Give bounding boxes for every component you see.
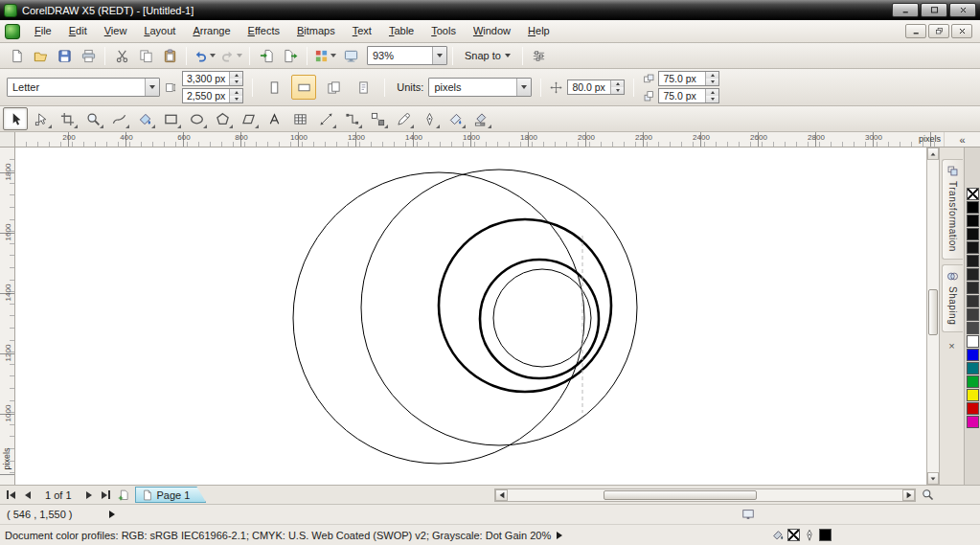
color-eyedropper-tool[interactable] — [391, 107, 416, 130]
text-tool[interactable] — [262, 107, 286, 130]
menu-view[interactable]: View — [96, 22, 136, 40]
decrement-button[interactable] — [706, 79, 718, 85]
paste-button[interactable] — [158, 45, 181, 66]
all-pages-button[interactable] — [321, 75, 346, 100]
color-swatch[interactable] — [967, 322, 979, 334]
vertical-scroll-track[interactable] — [927, 160, 939, 472]
outline-color-swatch[interactable] — [819, 529, 832, 541]
scroll-up-button[interactable] — [927, 148, 939, 160]
portrait-button[interactable] — [262, 75, 286, 100]
parallel-dimension-tool[interactable] — [313, 107, 338, 130]
increment-button[interactable] — [611, 80, 624, 87]
menu-layout[interactable]: Layout — [135, 22, 184, 40]
color-swatch[interactable] — [967, 282, 979, 294]
units-combo[interactable]: pixels — [428, 78, 532, 97]
vertical-scroll-thumb[interactable] — [928, 289, 938, 335]
polygon-tool[interactable] — [210, 107, 235, 130]
save-button[interactable] — [53, 45, 76, 66]
snap-to-dropdown[interactable]: Snap to — [458, 47, 517, 64]
vertical-scrollbar[interactable] — [926, 148, 939, 485]
welcome-screen-button[interactable] — [339, 45, 362, 66]
color-swatch[interactable] — [967, 375, 979, 388]
drawn-circle[interactable] — [480, 260, 599, 378]
shape-tool[interactable] — [29, 107, 54, 130]
duplicate-x-spinner[interactable]: 75.0 px — [658, 71, 719, 86]
table-tool[interactable] — [287, 107, 312, 130]
color-swatch[interactable] — [967, 268, 979, 281]
print-button[interactable] — [77, 45, 100, 66]
previous-page-button[interactable] — [20, 488, 35, 503]
basic-shapes-tool[interactable] — [236, 107, 261, 130]
document-minimize-button[interactable] — [905, 24, 926, 38]
docker-tab-shaping[interactable]: Shaping — [942, 264, 963, 332]
color-swatch[interactable] — [967, 416, 979, 428]
menu-effects[interactable]: Effects — [239, 22, 288, 40]
collapse-dockers-button[interactable]: « — [944, 132, 980, 147]
page-width-spinner[interactable]: 3,300 px — [182, 71, 243, 86]
vertical-ruler[interactable]: pixels 18001600140012001000 — [0, 148, 15, 485]
drawing-canvas[interactable] — [15, 148, 926, 485]
drawn-circle[interactable] — [493, 269, 591, 367]
duplicate-y-spinner[interactable]: 75.0 px — [658, 88, 719, 103]
pick-tool[interactable] — [3, 107, 28, 130]
options-button[interactable] — [528, 45, 551, 66]
crop-tool[interactable] — [55, 107, 80, 130]
close-docker-button[interactable]: × — [948, 341, 954, 352]
current-page-button[interactable] — [351, 75, 376, 100]
application-launcher-button[interactable] — [312, 45, 338, 66]
drawn-circle[interactable] — [439, 219, 611, 392]
decrement-button[interactable] — [230, 96, 242, 102]
color-swatch[interactable] — [967, 228, 979, 240]
increment-button[interactable] — [706, 72, 718, 79]
menu-edit[interactable]: Edit — [60, 22, 96, 40]
dropdown-arrow-icon[interactable] — [330, 54, 336, 57]
increment-button[interactable] — [706, 89, 718, 96]
menu-arrange[interactable]: Arrange — [184, 22, 239, 40]
connector-tool[interactable] — [339, 107, 364, 130]
expand-arrow-icon[interactable] — [109, 511, 115, 518]
units-combo-arrow[interactable] — [516, 79, 531, 96]
document-close-button[interactable] — [951, 24, 972, 38]
decrement-button[interactable] — [611, 87, 624, 94]
horizontal-scroll-track[interactable] — [508, 489, 902, 501]
menu-bitmaps[interactable]: Bitmaps — [288, 22, 344, 40]
fill-color-icon[interactable] — [771, 529, 785, 542]
blend-tool[interactable] — [365, 107, 390, 130]
drawn-circle[interactable] — [361, 170, 637, 445]
color-swatch[interactable] — [967, 295, 979, 307]
menu-window[interactable]: Window — [465, 22, 519, 40]
maximize-button[interactable] — [921, 3, 947, 17]
minimize-button[interactable] — [892, 3, 919, 17]
color-swatch[interactable] — [967, 349, 979, 361]
copy-button[interactable] — [134, 45, 157, 66]
cut-button[interactable] — [110, 45, 133, 66]
freehand-tool[interactable] — [106, 107, 131, 130]
decrement-button[interactable] — [706, 96, 718, 102]
smart-fill-tool[interactable] — [132, 107, 157, 130]
horizontal-scrollbar[interactable] — [494, 488, 916, 502]
ruler-origin-button[interactable] — [0, 132, 15, 147]
fill-tool[interactable] — [443, 107, 467, 130]
page-tab[interactable]: Page 1 — [135, 487, 207, 503]
increment-button[interactable] — [230, 72, 242, 79]
page-height-spinner[interactable]: 2,550 px — [182, 88, 243, 103]
dropdown-arrow-icon[interactable] — [237, 54, 242, 57]
document-restore-button[interactable] — [928, 24, 949, 38]
open-button[interactable] — [29, 45, 52, 66]
outline-pen-tool[interactable] — [417, 107, 442, 130]
import-button[interactable] — [255, 45, 278, 66]
color-swatch[interactable] — [967, 255, 979, 267]
next-page-button[interactable] — [81, 488, 97, 503]
nudge-offset-spinner[interactable]: 80.0 px — [567, 79, 625, 95]
horizontal-scroll-thumb[interactable] — [604, 490, 757, 500]
close-button[interactable] — [949, 3, 976, 17]
rectangle-tool[interactable] — [158, 107, 183, 130]
menu-tools[interactable]: Tools — [422, 22, 465, 40]
dropdown-arrow-icon[interactable] — [210, 54, 216, 57]
fill-color-swatch[interactable] — [787, 529, 800, 541]
undo-button[interactable] — [192, 45, 217, 66]
menu-table[interactable]: Table — [380, 22, 422, 40]
color-swatch[interactable] — [967, 241, 979, 254]
color-swatch[interactable] — [967, 389, 979, 401]
color-swatch[interactable] — [967, 335, 979, 348]
